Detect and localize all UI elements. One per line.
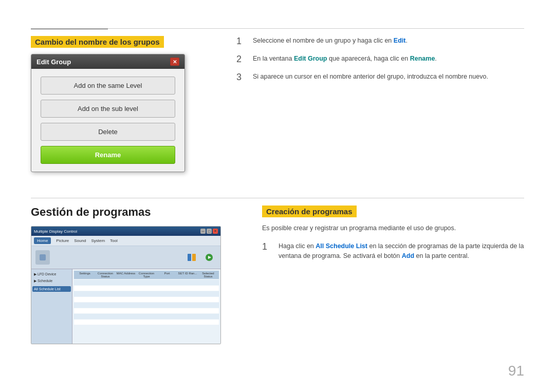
ss-sidebar-schedule[interactable]: ▶ Schedule bbox=[32, 278, 71, 284]
ss-menu-home[interactable]: Home bbox=[34, 237, 51, 244]
ss-table-header: Settings Connection Status MAC Address C… bbox=[74, 271, 219, 279]
svg-rect-1 bbox=[188, 254, 191, 261]
dialog-title: Edit Group bbox=[36, 58, 71, 66]
svg-rect-2 bbox=[192, 254, 196, 261]
table-row bbox=[74, 280, 219, 285]
ss-menu-sound[interactable]: Sound bbox=[74, 238, 86, 243]
instruction-number-c1: 1 bbox=[262, 241, 272, 252]
dialog-titlebar: Edit Group ✕ bbox=[31, 54, 184, 69]
ss-col-port: Port bbox=[157, 272, 177, 278]
instruction-text-1: Seleccione el nombre de un grupo y haga … bbox=[253, 36, 408, 46]
instruction-text-c1: Haga clic en All Schedule List en la sec… bbox=[279, 241, 524, 261]
right-col-top: 1 Seleccione el nombre de un grupo y hag… bbox=[236, 36, 524, 90]
svg-rect-0 bbox=[40, 254, 46, 260]
ss-col-conn-type: Connection Type bbox=[137, 272, 156, 278]
instruction-number-1: 1 bbox=[236, 36, 247, 47]
table-row bbox=[74, 291, 219, 296]
section-header-creacion: Creación de programas bbox=[262, 206, 357, 217]
instruction-text-2: En la ventana Edit Group que aparecerá, … bbox=[253, 54, 437, 64]
table-cell bbox=[178, 281, 197, 284]
screenshot-mockup: Multiple Display Control ─ □ ✕ Home Pict… bbox=[31, 226, 221, 344]
dialog-body: Add on the same Level Add on the sub lev… bbox=[31, 69, 184, 172]
instruction-number-3: 3 bbox=[236, 72, 247, 83]
ss-menu-tool[interactable]: Tool bbox=[110, 238, 118, 243]
edit-group-dialog: Edit Group ✕ Add on the same Level Add o… bbox=[31, 54, 185, 172]
ss-main: Settings Connection Status MAC Address C… bbox=[72, 269, 220, 344]
dialog-close-button[interactable]: ✕ bbox=[170, 58, 179, 66]
ss-content-area: ▶ LFD Device ▶ Schedule All Schedule Lis… bbox=[31, 269, 220, 344]
ss-col-conn-status: Connection Status bbox=[96, 272, 115, 278]
table-row bbox=[74, 314, 219, 319]
ss-menu-system[interactable]: System bbox=[91, 238, 105, 243]
add-same-level-button[interactable]: Add on the same Level bbox=[41, 77, 175, 95]
left-col-bottom: Gestión de programas Multiple Display Co… bbox=[31, 206, 231, 344]
ss-toolbar bbox=[31, 246, 220, 269]
page-container: Cambio del nombre de los grupos Edit Gro… bbox=[0, 0, 555, 392]
highlight-rename: Rename bbox=[410, 55, 435, 62]
table-row bbox=[74, 320, 219, 325]
table-row bbox=[74, 286, 219, 291]
ss-close[interactable]: ✕ bbox=[213, 229, 218, 234]
table-cell bbox=[75, 281, 95, 284]
instruction-creacion-1: 1 Haga clic en All Schedule List en la s… bbox=[262, 241, 524, 261]
delete-button[interactable]: Delete bbox=[41, 123, 175, 141]
highlight-edit-group: Edit Group bbox=[294, 55, 327, 62]
ss-controls: ─ □ ✕ bbox=[200, 229, 218, 234]
ss-menu-bar: Home Picture Sound System Tool bbox=[31, 236, 220, 246]
highlight-edit: Edit bbox=[394, 37, 406, 44]
table-row bbox=[74, 308, 219, 313]
mid-rule bbox=[31, 198, 524, 198]
instruction-number-2: 2 bbox=[236, 54, 247, 65]
table-cell bbox=[116, 281, 136, 284]
ss-maximize[interactable]: □ bbox=[207, 229, 212, 234]
table-cell bbox=[96, 281, 115, 284]
highlight-all-schedule-list: All Schedule List bbox=[316, 242, 367, 250]
top-rule bbox=[31, 28, 524, 29]
section-header-cambio: Cambio del nombre de los grupos bbox=[31, 36, 164, 48]
table-cell bbox=[137, 281, 156, 284]
left-col-top: Cambio del nombre de los grupos Edit Gro… bbox=[31, 36, 221, 172]
ss-col-sel-status: Selected Status bbox=[198, 272, 218, 278]
ss-sidebar-lfd[interactable]: ▶ LFD Device bbox=[32, 271, 71, 277]
ss-menu-picture[interactable]: Picture bbox=[56, 238, 69, 243]
instruction-1: 1 Seleccione el nombre de un grupo y hag… bbox=[236, 36, 524, 47]
ss-sidebar-all-schedule[interactable]: All Schedule List bbox=[32, 286, 71, 292]
table-cell bbox=[198, 281, 218, 284]
table-row bbox=[74, 297, 219, 302]
instruction-3: 3 Si aparece un cursor en el nombre ante… bbox=[236, 72, 524, 83]
ss-col-settings: Settings bbox=[75, 272, 95, 278]
ss-toolbar-icon-3 bbox=[202, 250, 216, 265]
ss-col-set-id: SET ID Ran... bbox=[178, 272, 197, 278]
ss-titlebar: Multiple Display Control ─ □ ✕ bbox=[31, 227, 220, 236]
ss-minimize[interactable]: ─ bbox=[200, 229, 206, 234]
ss-col-mac: MAC Address bbox=[116, 272, 136, 278]
creacion-intro: Es posible crear y registrar un programa… bbox=[262, 223, 524, 233]
ss-toolbar-icon-1 bbox=[35, 250, 50, 265]
ss-toolbar-icon-2 bbox=[184, 250, 199, 265]
page-number: 91 bbox=[508, 363, 524, 379]
instruction-text-3: Si aparece un cursor en el nombre anteri… bbox=[253, 72, 488, 82]
table-cell bbox=[157, 281, 177, 284]
add-sub-level-button[interactable]: Add on the sub level bbox=[41, 100, 175, 118]
highlight-add: Add bbox=[402, 252, 414, 259]
ss-sidebar: ▶ LFD Device ▶ Schedule All Schedule Lis… bbox=[31, 269, 72, 344]
right-col-bottom: Creación de programas Es posible crear y… bbox=[262, 206, 524, 268]
instruction-2: 2 En la ventana Edit Group que aparecerá… bbox=[236, 54, 524, 65]
rename-button[interactable]: Rename bbox=[41, 146, 175, 164]
ss-title: Multiple Display Control bbox=[34, 229, 77, 234]
table-row bbox=[74, 303, 219, 308]
section-header-gestion: Gestión de programas bbox=[31, 206, 231, 219]
